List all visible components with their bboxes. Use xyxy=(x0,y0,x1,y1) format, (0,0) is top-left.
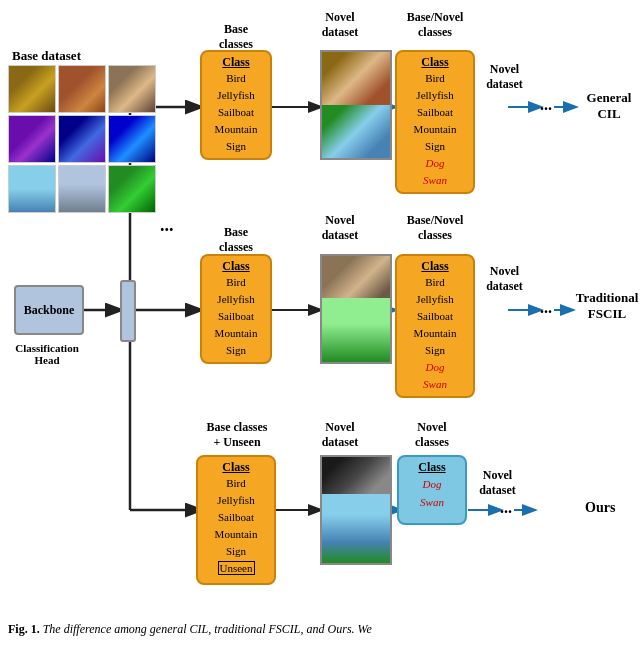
classification-head-label: ClassificationHead xyxy=(6,342,88,366)
ours-novel-dataset-label: Noveldataset xyxy=(310,420,370,450)
general-base-class-box: Class BirdJellyfishSailboatMountainSign xyxy=(200,50,272,160)
general-base-novel-label: Base/Novelclasses xyxy=(390,10,480,40)
ours-novel-dataset-label2: Noveldataset xyxy=(470,468,525,498)
trad-novel-dataset-label2: Noveldataset xyxy=(477,264,532,294)
ours-label: Ours xyxy=(585,500,615,516)
trad-base-class-box: Class BirdJellyfishSailboatMountainSign xyxy=(200,254,272,364)
ours-base-class-box: Class BirdJellyfishSailboatMountainSign … xyxy=(196,455,276,585)
trad-novel-dataset-label1: Noveldataset xyxy=(310,213,370,243)
backbone-box: Backbone xyxy=(14,285,84,335)
img-jellyfish2 xyxy=(8,115,56,163)
general-dots: ··· xyxy=(540,100,552,118)
ours-novel-class-box: Class Dog Swan xyxy=(397,455,467,525)
general-novel-image xyxy=(320,50,392,160)
general-base-classes-label: Baseclasses xyxy=(200,22,272,52)
general-novel-dataset-label2: Noveldataset xyxy=(477,62,532,92)
trad-novel-class-box: Class BirdJellyfishSailboatMountainSign … xyxy=(395,254,475,398)
trad-fscil-label: TraditionalFSCIL xyxy=(575,290,639,322)
ours-base-classes-label: Base classes+ Unseen xyxy=(196,420,278,450)
img-sailboat1 xyxy=(8,165,56,213)
img-bird1 xyxy=(8,65,56,113)
ours-dots: ··· xyxy=(500,503,512,521)
caption: Fig. 1. The difference among general CIL… xyxy=(8,621,632,638)
ours-novel-classes-label: Novelclasses xyxy=(395,420,469,450)
ours-novel-image xyxy=(320,455,392,565)
trad-dots: ··· xyxy=(540,303,552,321)
img-jellyfish1 xyxy=(58,65,106,113)
img-jellyfish3 xyxy=(58,115,106,163)
img-sign1 xyxy=(108,165,156,213)
general-cil-label: GeneralCIL xyxy=(580,90,638,122)
general-base-class-header: Class xyxy=(206,55,266,70)
ours-novel-class-list: Dog Swan xyxy=(403,475,461,511)
general-novel-class-box: Class BirdJellyfishSailboatMountainSign … xyxy=(395,50,475,194)
dots-base: ··· xyxy=(160,220,174,241)
connector-bar xyxy=(120,280,136,342)
trad-base-class-header: Class xyxy=(206,259,266,274)
base-dataset-images xyxy=(8,65,156,213)
base-dataset-label: Base dataset xyxy=(12,48,81,64)
img-mountain1 xyxy=(58,165,106,213)
ours-base-class-header: Class xyxy=(202,460,270,475)
general-novel-dataset-label1: Noveldataset xyxy=(310,10,370,40)
img-blue1 xyxy=(108,115,156,163)
general-novel-class-header: Class xyxy=(401,55,469,70)
trad-novel-class-list: BirdJellyfishSailboatMountainSign Dog Sw… xyxy=(401,274,469,393)
trad-novel-image xyxy=(320,254,392,364)
general-base-class-list: BirdJellyfishSailboatMountainSign xyxy=(206,70,266,155)
general-novel-class-list: BirdJellyfishSailboatMountainSign Dog Sw… xyxy=(401,70,469,189)
diagram: Base dataset ··· Backbone Classification… xyxy=(0,0,640,640)
trad-base-classes-label: Baseclasses xyxy=(200,225,272,255)
ours-novel-class-header: Class xyxy=(403,460,461,475)
trad-base-class-list: BirdJellyfishSailboatMountainSign xyxy=(206,274,266,359)
caption-text: The difference among general CIL, tradit… xyxy=(43,622,372,636)
caption-prefix: Fig. 1. xyxy=(8,622,40,636)
trad-base-novel-label: Base/Novelclasses xyxy=(390,213,480,243)
ours-base-class-list: BirdJellyfishSailboatMountainSign Unseen xyxy=(202,475,270,577)
img-bird2 xyxy=(108,65,156,113)
backbone-label: Backbone xyxy=(24,303,75,318)
trad-novel-class-header: Class xyxy=(401,259,469,274)
